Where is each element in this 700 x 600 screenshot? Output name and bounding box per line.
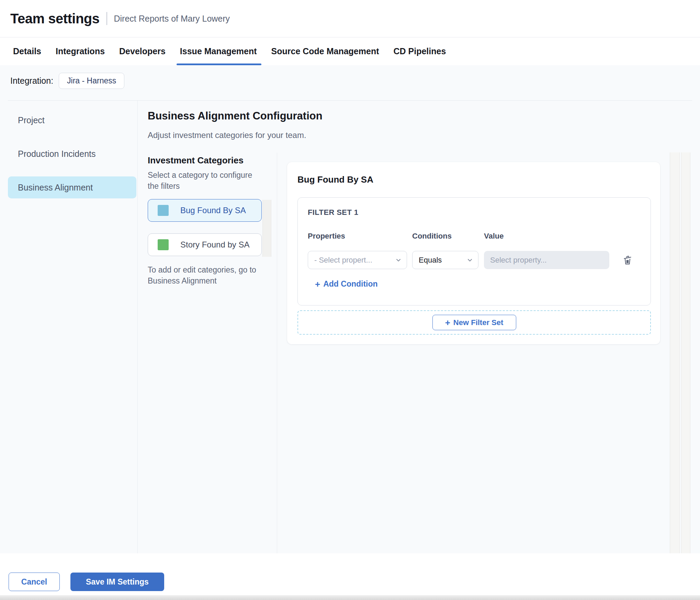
footer-buttons: Cancel Save IM Settings [9, 573, 164, 591]
page-header: Team settings Direct Reports of Mary Low… [0, 0, 700, 37]
value-input[interactable] [484, 251, 609, 269]
sidebar-item-label: Production Incidents [18, 149, 96, 159]
tab-label: CD Pipelines [394, 46, 446, 56]
tab-label: Issue Management [180, 46, 257, 56]
team-settings-page: Team settings Direct Reports of Mary Low… [0, 0, 700, 600]
condition-select[interactable]: Equals [412, 251, 478, 269]
tab-cd-pipelines[interactable]: CD Pipelines [394, 37, 446, 65]
tab-details[interactable]: Details [13, 37, 41, 65]
filter-set-title: FILTER SET 1 [308, 208, 358, 217]
sidebar-item-project[interactable]: Project [8, 109, 136, 131]
chevron-down-icon [466, 257, 473, 264]
condition-select-value: Equals [419, 256, 442, 265]
cancel-button[interactable]: Cancel [9, 573, 60, 591]
bottom-edge-strip [0, 595, 700, 600]
investment-categories-panel: Investment Categories Select a category … [148, 155, 262, 286]
section-title: Business Alignment Configuration [148, 110, 323, 122]
chevron-down-icon [395, 257, 402, 264]
plus-icon: + [445, 318, 450, 327]
categories-subheading: Select a category to configure the filte… [148, 170, 262, 192]
tab-developers[interactable]: Developers [119, 37, 166, 65]
categories-heading: Investment Categories [148, 155, 262, 166]
settings-side-nav: Project Production Incidents Business Al… [8, 109, 136, 198]
integration-chip[interactable]: Jira - Harness [59, 73, 124, 89]
tab-integrations[interactable]: Integrations [56, 37, 105, 65]
new-filter-set-button[interactable]: + New Filter Set [432, 315, 516, 330]
integration-label: Integration: [10, 76, 53, 86]
categories-divider [277, 153, 277, 553]
detail-card-title: Bug Found By SA [297, 174, 373, 185]
category-label: Story Found by SA [180, 240, 249, 250]
filter-set-card: FILTER SET 1 Properties Conditions Value… [297, 197, 651, 305]
section-subtitle: Adjust investment categories for your te… [148, 130, 306, 140]
category-color-swatch [158, 239, 169, 250]
tab-issue-management[interactable]: Issue Management [180, 37, 257, 65]
page-subtitle: Direct Reports of Mary Lowery [114, 14, 230, 24]
add-condition-label: Add Condition [323, 279, 377, 289]
title-separator [106, 12, 107, 25]
new-filter-set-dropzone: + New Filter Set [297, 310, 651, 335]
sidebar-item-business-alignment[interactable]: Business Alignment [8, 176, 136, 198]
property-select-placeholder: - Select propert... [314, 256, 372, 265]
tab-source-code-management[interactable]: Source Code Management [271, 37, 379, 65]
add-condition-button[interactable]: + Add Condition [315, 279, 378, 289]
property-select[interactable]: - Select propert... [308, 251, 407, 269]
save-im-settings-button[interactable]: Save IM Settings [70, 573, 164, 591]
value-column-label: Value [484, 232, 504, 241]
sidebar-item-label: Project [18, 115, 45, 125]
category-color-swatch [158, 205, 169, 216]
category-label: Bug Found By SA [180, 206, 246, 215]
tab-label: Integrations [56, 46, 105, 56]
content-top-border [8, 100, 692, 101]
vertical-scrollbar-track-inner[interactable] [681, 152, 690, 553]
sidebar-divider [137, 100, 138, 553]
trash-icon [622, 255, 633, 266]
category-detail-card: Bug Found By SA FILTER SET 1 Properties … [287, 162, 660, 344]
tab-label: Developers [119, 46, 166, 56]
integration-row: Integration: Jira - Harness [10, 73, 124, 89]
sidebar-item-label: Business Alignment [18, 183, 93, 193]
tab-bar: Details Integrations Developers Issue Ma… [0, 37, 700, 65]
properties-column-label: Properties [308, 232, 345, 241]
new-filter-set-label: New Filter Set [453, 318, 503, 327]
category-story-found-by-sa[interactable]: Story Found by SA [148, 233, 262, 256]
category-bug-found-by-sa[interactable]: Bug Found By SA [148, 199, 262, 222]
footer-bar: Cancel Save IM Settings [0, 553, 700, 600]
vertical-scrollbar-track-outer[interactable] [670, 152, 680, 553]
categories-footnote: To add or edit categories, go to Busines… [148, 264, 262, 286]
delete-condition-button[interactable] [621, 254, 634, 267]
plus-icon: + [315, 280, 320, 289]
tab-label: Details [13, 46, 41, 56]
page-title: Team settings [10, 11, 100, 26]
conditions-column-label: Conditions [412, 232, 452, 241]
sidebar-item-production-incidents[interactable]: Production Incidents [8, 143, 136, 165]
tab-label: Source Code Management [271, 46, 379, 56]
category-list-scrollbar[interactable] [262, 200, 271, 257]
